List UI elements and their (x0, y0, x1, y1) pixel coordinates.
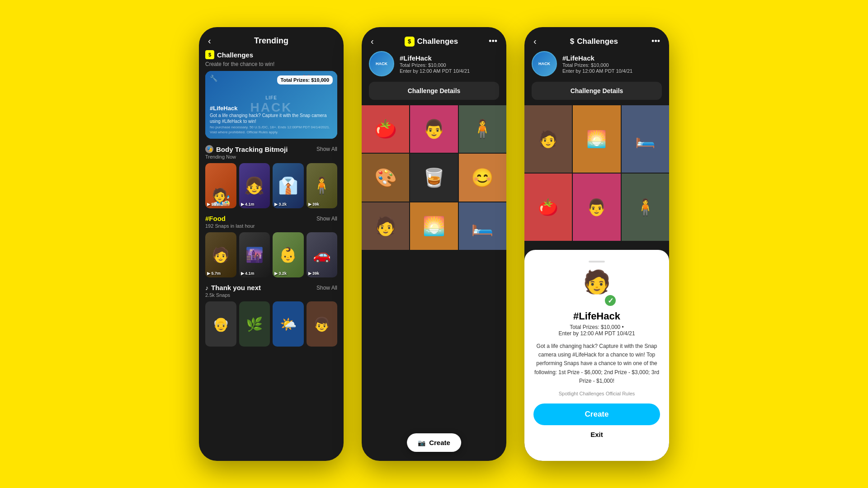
overlay-create-button[interactable]: Create (533, 404, 660, 425)
page-title: Trending (254, 36, 288, 46)
grid-cell-2[interactable]: 👨 (410, 105, 458, 153)
grid-cell-8[interactable]: 🌅 (410, 202, 458, 250)
show-all-food[interactable]: Show All (316, 216, 337, 222)
challenge-fine-print: No purchase necessary. 50 U.S./DC, 18+. … (210, 125, 333, 129)
thankyou-thumb-4[interactable]: 👦 (307, 301, 338, 347)
phone2-challenge-avatar: HACK (369, 51, 394, 76)
phone3-grid-cell-2[interactable]: 🌅 (573, 105, 620, 173)
music-icon: ♪ (205, 284, 208, 291)
thankyou-thumb-1[interactable]: 👴 (205, 301, 236, 347)
show-all-thankyou[interactable]: Show All (316, 285, 337, 291)
phone1-content: $ Challenges Create for the chance to wi… (199, 50, 344, 461)
create-label: Create (429, 439, 450, 446)
phone2-snap-icon: $ (405, 37, 415, 47)
thankyou-thumb-3[interactable]: 🌤️ (273, 301, 304, 347)
grid-cell-7[interactable]: 🧑 (362, 202, 409, 250)
snap-dollar-icon: $ (205, 50, 214, 59)
phone2-total-prizes: Total Prizes: $10,000 (400, 62, 470, 68)
thank-you-section: ♪ Thank you next Show All 2.5k Snaps 👴 🌿… (205, 284, 337, 347)
food-section: #Food Show All 192 Snaps in last hour 🧑 … (205, 215, 337, 277)
phone3-enter-by: Enter by 12:00 AM PDT 10/4/21 (562, 68, 632, 74)
bitmoji-thumb-2[interactable]: 👧 ▶ 4.1m (239, 163, 270, 208)
body-tracking-section: 🎭 Body Tracking Bitmoji Show All Trendin… (205, 145, 337, 208)
overlay-prizes: Total Prizes: $10,000 • Enter by 12:00 A… (558, 324, 635, 337)
challenges-title: Challenges (217, 51, 253, 59)
phone2-challenge-name: #LifeHack (400, 54, 470, 62)
phone3-photo-grid: 🧑 🌅 🛏️ 🍅 👨 🧍 (524, 105, 669, 241)
bitmoji-figure: 🧑 (579, 269, 615, 295)
bitmoji-thumbs-row: 🧑‍🎨 ▶ 5.7m 👧 ▶ 4.1m 👔 ▶ (205, 163, 337, 208)
food-thumb-2[interactable]: 🌆 ▶ 4.1m (239, 232, 270, 277)
food-thumb-1[interactable]: 🧑 ▶ 5.7m (205, 232, 236, 277)
challenge-fine-print2: Void where prohibited. Official Rules ap… (210, 130, 333, 134)
thumb-count-1: ▶ 5.7m (207, 202, 221, 206)
official-rules-link[interactable]: Spotlight Challenges Official Rules (559, 391, 635, 396)
show-all-body[interactable]: Show All (316, 146, 337, 152)
grid-cell-1[interactable]: 🍅 (362, 105, 409, 153)
phone-3: ‹ $ Challenges ••• HACK #LifeHack Total … (524, 27, 669, 461)
phone3-total-prizes: Total Prizes: $10,000 (562, 62, 632, 68)
food-title: #Food (205, 215, 226, 222)
phone3-grid-cell-1[interactable]: 🧑 (524, 105, 572, 173)
bitmoji-thumb-4[interactable]: 🧍 ▶ 39k (307, 163, 338, 208)
challenge-description: Got a life changing hack? Capture it wit… (210, 113, 333, 124)
phone2-header-title: Challenges (417, 37, 458, 46)
drag-indicator (589, 261, 605, 263)
checkmark-icon: ✓ (604, 294, 617, 307)
challenge-card[interactable]: LIFE HACK 🔧 ✂️ Total Prizes: $10,000 #Li… (205, 71, 337, 139)
camera-icon: 📷 (418, 439, 425, 446)
bitmoji-thumb-1[interactable]: 🧑‍🎨 ▶ 5.7m (205, 163, 236, 208)
phone3-challenge-info: HACK #LifeHack Total Prizes: $10,000 Ent… (524, 51, 669, 82)
food-thumbs-row: 🧑 ▶ 5.7m 🌆 ▶ 4.1m 👶 ▶ 3.2k 🚗 ▶ 39k (205, 232, 337, 277)
grid-cell-5[interactable]: 🥃 (410, 154, 458, 201)
phone3-snap-icon: $ (570, 37, 574, 46)
phone3-more-dots[interactable]: ••• (651, 37, 660, 46)
phone3-challenge-name: #LifeHack (562, 54, 632, 62)
phone3-center-title: $ Challenges (570, 37, 618, 46)
grid-cell-3[interactable]: 🧍 (459, 105, 506, 153)
thankyou-thumbs-row: 👴 🌿 🌤️ 👦 (205, 301, 337, 347)
thumb-count-3: ▶ 3.2k (274, 202, 287, 206)
bitmoji-container: 🧑 ✓ (579, 269, 615, 305)
grid-cell-4[interactable]: 🎨 (362, 154, 409, 201)
thankyou-thumb-2[interactable]: 🌿 (239, 301, 270, 347)
phone3-header-title: Challenges (577, 37, 618, 46)
food-count-1: ▶ 5.7m (207, 271, 221, 276)
phone2-details-button[interactable]: Challenge Details (369, 82, 499, 100)
overlay-description: Got a life changing hack? Capture it wit… (533, 342, 660, 385)
bitmoji-thumb-3[interactable]: 👔 ▶ 3.2k (273, 163, 304, 208)
phone3-back-arrow[interactable]: ‹ (533, 36, 537, 47)
phone2-back-arrow[interactable]: ‹ (371, 36, 374, 47)
phone3-grid-cell-4[interactable]: 🍅 (524, 174, 572, 241)
phone2-more-dots[interactable]: ••• (489, 37, 497, 46)
phone3-grid-cell-5[interactable]: 👨 (573, 174, 620, 241)
grid-cell-9[interactable]: 🛏️ (459, 202, 506, 250)
grid-cell-6[interactable]: 😊 (459, 154, 506, 201)
phone1-header: ‹ Trending (199, 27, 344, 50)
thumb-count-4: ▶ 39k (308, 202, 320, 206)
phone2-challenge-info: HACK #LifeHack Total Prizes: $10,000 Ent… (362, 51, 506, 82)
phone2-enter-by: Enter by 12:00 AM PDT 10/4/21 (400, 68, 470, 74)
challenge-hashtag: #LifeHack (210, 105, 333, 112)
back-arrow-icon[interactable]: ‹ (208, 36, 211, 46)
phone3-details-button[interactable]: Challenge Details (532, 82, 662, 100)
food-thumb-3[interactable]: 👶 ▶ 3.2k (273, 232, 304, 277)
food-thumb-4[interactable]: 🚗 ▶ 39k (307, 232, 338, 277)
food-count-3: ▶ 3.2k (274, 271, 287, 276)
overlay-exit-button[interactable]: Exit (590, 431, 603, 438)
phone3-grid-cell-6[interactable]: 🧍 (622, 174, 669, 241)
food-count-2: ▶ 4.1m (241, 271, 255, 276)
food-snaps-count: 192 Snaps in last hour (205, 223, 337, 229)
challenges-section: $ Challenges Create for the chance to wi… (205, 50, 337, 139)
overlay-hashtag: #LifeHack (573, 310, 620, 322)
body-tracking-title: Body Tracking Bitmoji (216, 145, 288, 153)
phone-2: ‹ $ Challenges ••• HACK #LifeHack Total … (362, 27, 506, 461)
phone2-create-fab[interactable]: 📷 Create (407, 433, 461, 452)
challenge-overlay-sheet: 🧑 ✓ #LifeHack Total Prizes: $10,000 • En… (524, 250, 669, 461)
bitmoji-icon: 🎭 (205, 145, 213, 153)
phone3-grid-cell-3[interactable]: 🛏️ (622, 105, 669, 173)
phone3-header: ‹ $ Challenges ••• (524, 27, 669, 51)
phone-1: ‹ Trending $ Challenges Create for the c… (199, 27, 344, 461)
thumb-count-2: ▶ 4.1m (241, 202, 255, 206)
food-count-4: ▶ 39k (308, 271, 320, 276)
